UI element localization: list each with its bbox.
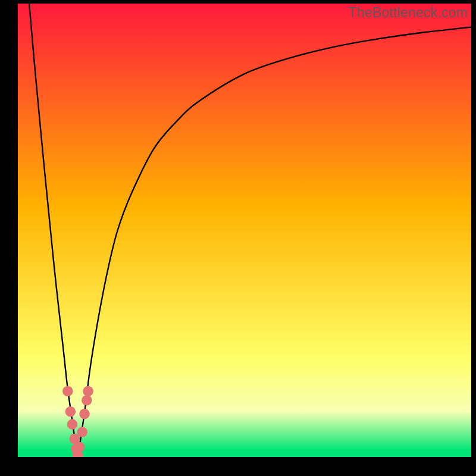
watermark-text: TheBottleneck.com bbox=[349, 5, 468, 21]
sample-dot bbox=[65, 406, 76, 417]
sample-dot bbox=[67, 419, 78, 430]
bottleneck-curve-right bbox=[78, 27, 471, 457]
chart-frame: TheBottleneck.com bbox=[0, 0, 476, 476]
plot-content bbox=[18, 4, 471, 457]
sample-dot bbox=[82, 395, 92, 406]
sample-dots-group bbox=[62, 386, 93, 457]
sample-dot bbox=[77, 427, 87, 437]
sample-dot bbox=[83, 386, 93, 397]
sample-dot bbox=[74, 441, 85, 452]
sample-dot bbox=[62, 386, 73, 397]
plot-area: TheBottleneck.com bbox=[18, 4, 471, 457]
sample-dot bbox=[79, 409, 90, 419]
